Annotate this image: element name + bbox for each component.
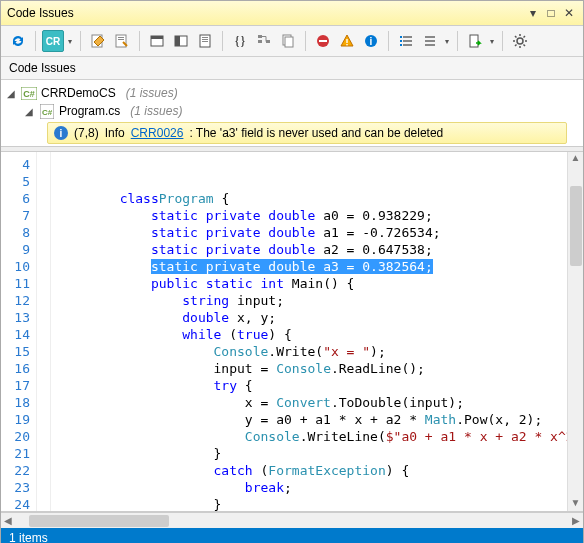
svg-point-33 [517, 38, 523, 44]
svg-line-39 [524, 45, 526, 47]
scroll-up-icon[interactable]: ▲ [571, 152, 581, 166]
svg-rect-11 [202, 41, 208, 42]
code-line[interactable]: double x, y; [57, 309, 561, 326]
code-editor[interactable]: 45678910111213141516171819202122232425 c… [1, 152, 583, 512]
status-text: 1 items [9, 531, 48, 543]
scroll-left-icon[interactable]: ◀ [1, 515, 15, 526]
code-line[interactable]: static private double a1 = -0.726534; [57, 224, 561, 241]
vertical-scrollbar[interactable]: ▲ ▼ [567, 152, 583, 511]
code-line[interactable]: catch (FormatException) { [57, 462, 561, 479]
horizontal-scrollbar[interactable]: ◀ ▶ [1, 512, 583, 528]
tree-project-row[interactable]: ◢ C# CRRDemoCS (1 issues) [7, 84, 577, 102]
expand-icon[interactable]: ◢ [7, 88, 17, 99]
coderush-button[interactable]: CR [42, 30, 64, 52]
code-line[interactable]: Console.Write("x = "); [57, 343, 561, 360]
code-line[interactable]: } [57, 496, 561, 511]
toolbar: CR▾ {} i ▾ ▾ [1, 26, 583, 57]
svg-rect-30 [425, 40, 435, 42]
code-line[interactable]: while (true) { [57, 326, 561, 343]
line-number: 23 [1, 479, 30, 496]
issue-location: (7,8) [74, 126, 99, 140]
line-number: 22 [1, 462, 30, 479]
issue-code-link[interactable]: CRR0026 [131, 126, 184, 140]
code-line[interactable]: static private double a0 = 0.938229; [57, 207, 561, 224]
code-content[interactable]: classProgram { static private double a0 … [51, 152, 567, 511]
scroll-down-icon[interactable]: ▼ [571, 497, 581, 511]
svg-rect-25 [400, 40, 402, 42]
status-bar: 1 items [1, 528, 583, 543]
line-number: 15 [1, 343, 30, 360]
tree-file-row[interactable]: ◢ C# Program.cs (1 issues) [7, 102, 577, 120]
code-line[interactable]: y = a0 + a1 * x + a2 * Math.Pow(x, 2); [57, 411, 561, 428]
issues-tree: ◢ C# CRRDemoCS (1 issues) ◢ C# Program.c… [1, 80, 583, 144]
svg-line-41 [524, 36, 526, 38]
dropdown-icon[interactable]: ▾ [525, 5, 541, 21]
scroll-thumb[interactable] [29, 515, 169, 527]
issue-row[interactable]: i (7,8) Info CRR0026 : The 'a3' field is… [47, 122, 567, 144]
coderush-dropdown[interactable]: ▾ [66, 37, 74, 46]
project-name: CRRDemoCS [41, 86, 116, 100]
list-lines-button[interactable] [395, 30, 417, 52]
line-number: 4 [1, 156, 30, 173]
svg-rect-31 [425, 44, 435, 46]
braces-button[interactable]: {} [229, 30, 251, 52]
save-button[interactable] [111, 30, 133, 52]
marker-margin [37, 152, 51, 511]
svg-rect-18 [319, 40, 327, 42]
export-dropdown[interactable]: ▾ [488, 37, 496, 46]
code-line[interactable]: public static int Main() { [57, 275, 561, 292]
svg-rect-5 [151, 36, 163, 39]
code-line[interactable]: } [57, 445, 561, 462]
svg-rect-26 [403, 40, 412, 42]
info-filter-button[interactable]: i [360, 30, 382, 52]
error-filter-button[interactable] [312, 30, 334, 52]
code-line[interactable]: break; [57, 479, 561, 496]
layout-window-button[interactable] [146, 30, 168, 52]
export-button[interactable] [464, 30, 486, 52]
svg-rect-27 [400, 44, 402, 46]
tree-structure-button[interactable] [253, 30, 275, 52]
svg-text:C#: C# [42, 108, 53, 117]
line-number: 18 [1, 394, 30, 411]
svg-text:i: i [370, 36, 373, 47]
expand-icon[interactable]: ◢ [25, 106, 35, 117]
code-line[interactable]: string input; [57, 292, 561, 309]
line-number: 7 [1, 207, 30, 224]
edit-doc-button[interactable] [87, 30, 109, 52]
code-line[interactable]: input = Console.ReadLine(); [57, 360, 561, 377]
code-line[interactable]: classProgram { [57, 190, 561, 207]
panel-label: Code Issues [1, 57, 583, 80]
refresh-button[interactable] [7, 30, 29, 52]
code-line[interactable]: x = Convert.ToDouble(input); [57, 394, 561, 411]
title-bar: Code Issues ▾ □ ✕ [1, 1, 583, 26]
scroll-right-icon[interactable]: ▶ [569, 515, 583, 526]
project-issue-count: (1 issues) [126, 86, 178, 100]
line-number: 21 [1, 445, 30, 462]
settings-button[interactable] [509, 30, 531, 52]
line-number: 14 [1, 326, 30, 343]
issue-message: : The 'a3' field is never used and can b… [189, 126, 443, 140]
layout-doc-button[interactable] [194, 30, 216, 52]
svg-rect-24 [403, 36, 412, 38]
code-line[interactable]: static private double a3 = 0.382564; [57, 258, 561, 275]
line-number: 6 [1, 190, 30, 207]
scroll-thumb[interactable] [570, 186, 582, 266]
code-line[interactable]: static private double a2 = 0.647538; [57, 241, 561, 258]
code-line[interactable]: Console.WriteLine($"a0 + a1 * x + a2 * x… [57, 428, 561, 445]
svg-line-38 [515, 36, 517, 38]
list-plain-button[interactable] [419, 30, 441, 52]
svg-line-40 [515, 45, 517, 47]
line-number: 19 [1, 411, 30, 428]
layout-split-button[interactable] [170, 30, 192, 52]
svg-rect-14 [266, 40, 270, 43]
line-number: 11 [1, 275, 30, 292]
copy-button[interactable] [277, 30, 299, 52]
close-icon[interactable]: ✕ [561, 5, 577, 21]
line-number: 13 [1, 309, 30, 326]
warning-filter-button[interactable] [336, 30, 358, 52]
svg-rect-3 [118, 39, 124, 40]
code-line[interactable]: try { [57, 377, 561, 394]
file-issue-count: (1 issues) [130, 104, 182, 118]
maximize-icon[interactable]: □ [543, 5, 559, 21]
list-dropdown[interactable]: ▾ [443, 37, 451, 46]
